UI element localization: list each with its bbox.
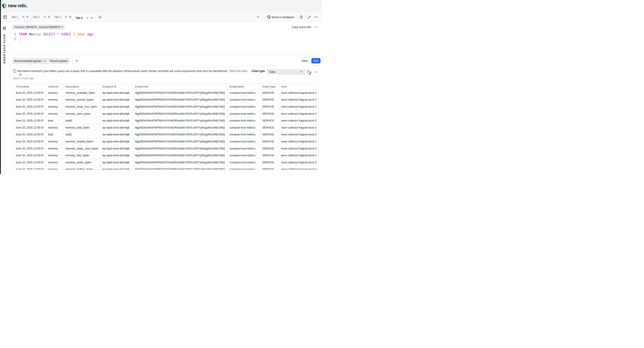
table-cell: June 20, 2025 12:05:57 — [14, 96, 46, 103]
table-row[interactable]: June 20, 2025 12:05:57memorymemory_activ… — [14, 159, 318, 166]
table-cell: SERVICE — [260, 117, 279, 124]
warning-message: We tried to transform your Metric query … — [18, 69, 248, 73]
table-row[interactable]: June 20, 2025 12:05:57memorymemory_swap_… — [14, 103, 318, 110]
table-cell: memory_free_bytes — [64, 152, 100, 159]
recommended-queries-button[interactable]: Recommended queries — [12, 58, 48, 64]
table-row[interactable]: June 20, 2025 12:05:57loadload1ep-rapid-… — [14, 131, 318, 138]
table-row[interactable]: June 20, 2025 12:05:57memorymemory_free_… — [14, 152, 318, 159]
table-row[interactable]: June 20, 2025 12:05:57memorymemory_avail… — [14, 89, 318, 96]
table-row[interactable]: June 20, 2025 12:05:57memorymemory_share… — [14, 138, 318, 145]
table-cell: June 20, 2025 12:05:57 — [14, 110, 46, 117]
add-tab-icon[interactable] — [98, 15, 102, 19]
table-cell: ep-rapid-wind-a5iv4ajb — [100, 96, 133, 103]
text-cursor — [20, 37, 21, 42]
table-cell: ep-rapid-wind-a5iv4ajb — [100, 89, 133, 96]
since-label: Since 1 hour ago — [13, 77, 34, 80]
table-cell: Njg0NDk3NHxFWFR8U0VSVklDRXwtMzY5NTc1MTYy… — [133, 145, 228, 152]
table-cell: memory_swap_free_bytes — [64, 103, 100, 110]
column-header[interactable]: Entity.Name — [228, 84, 260, 89]
external-link-icon[interactable] — [19, 73, 22, 76]
run-button[interactable]: Run — [311, 58, 320, 63]
tab-2[interactable]: Tab 2 — [31, 12, 50, 22]
feedback-icon[interactable] — [267, 15, 270, 19]
column-header[interactable]: Endpoint Id — [100, 84, 133, 89]
table-row[interactable]: June 20, 2025 12:05:57memorymemory_used_… — [14, 110, 318, 117]
tab-chevron-down-icon[interactable] — [22, 16, 24, 18]
table-row[interactable]: June 20, 2025 12:05:57memorymemory_cache… — [14, 96, 318, 103]
table-cell: neon-collector-fragrant-dust-3 — [279, 117, 318, 124]
tab-close-icon[interactable] — [69, 16, 71, 18]
help-icon[interactable] — [300, 15, 303, 18]
tab-4-active[interactable]: Tab 4 — [74, 13, 95, 22]
recent-queries-label: Recent queries — [50, 59, 68, 62]
table-cell: Njg0NDk3NHxFWFR8U0VSVklDRXwtMzY5NTc1MTYy… — [133, 138, 228, 145]
column-header[interactable]: Entity.Guid — [133, 84, 228, 89]
minimize-icon[interactable] — [314, 17, 318, 17]
database-icon[interactable] — [3, 26, 6, 30]
table-cell: memory — [46, 145, 64, 152]
tab-label[interactable]: Tab 4 — [76, 16, 83, 19]
table-row[interactable]: June 20, 2025 12:05:57memorymemory_swap_… — [14, 145, 318, 152]
table-cell: neon-collector-fragrant-dust-3 — [279, 152, 318, 159]
query-console-icon[interactable] — [2, 14, 8, 19]
tab-label[interactable]: Tab 2 — [33, 15, 40, 18]
line-number: 1 — [10, 32, 16, 37]
collapse-icon[interactable] — [308, 15, 311, 18]
tab-close-icon[interactable] — [26, 16, 28, 18]
tab-chevron-down-icon[interactable] — [44, 16, 46, 18]
account-selector[interactable]: Account: 6844974 - Account 6844974 — [12, 24, 65, 30]
tab-label[interactable]: Tab 3 — [54, 15, 61, 18]
column-header[interactable]: Timestamp — [14, 84, 46, 89]
tabs-overview-chevron-icon[interactable] — [257, 16, 260, 18]
table-cell: June 20, 2025 12:05:57 — [14, 89, 46, 96]
clear-button[interactable]: Clear — [302, 59, 308, 62]
tab-close-icon[interactable] — [90, 17, 93, 19]
table-row[interactable]: June 20, 2025 12:05:57loadload5ep-rapid-… — [14, 117, 318, 124]
tab-3[interactable]: Tab 3 — [52, 12, 71, 22]
table-cell: memory — [46, 159, 64, 166]
tab-chevron-down-icon[interactable] — [65, 16, 67, 18]
chevron-down-icon — [300, 71, 302, 73]
table-cell: ep-rapid-wind-a5iv4ajb — [100, 138, 133, 145]
table-cell: memory — [46, 103, 64, 110]
table-cell: compute-host-metrics — [228, 96, 260, 103]
nrql-editor[interactable]: 1 2 FROM Metric SELECT * SINCE 1 hour ag… — [10, 32, 322, 55]
table-cell: Njg0NDk3NHxFWFR8U0VSVklDRXwtMzY5NTc1MTYy… — [133, 117, 228, 124]
table-cell: SERVICE — [260, 96, 279, 103]
column-header[interactable]: Description — [64, 84, 100, 89]
table-row[interactable]: June 20, 2025 12:05:57memorymemory_total… — [14, 124, 318, 131]
table-cell: ep-rapid-wind-a5iv4ajb — [100, 131, 133, 138]
column-header[interactable]: Collector — [46, 84, 64, 89]
table-cell: neon-collector-fragrant-dust-3 — [279, 138, 318, 145]
warning-icon — [13, 69, 16, 73]
column-header[interactable]: Entity.Type — [260, 84, 279, 89]
tab-1[interactable]: Tab 1 — [11, 12, 28, 22]
table-cell: memory_active_bytes — [64, 159, 100, 166]
table-cell: Njg0NDk3NHxFWFR8U0VSVklDRXwtMzY5NTc1MTYy… — [133, 103, 228, 110]
table-cell: Njg0NDk3NHxFWFR8U0VSVklDRXwtMzY5NTc1MTYy… — [133, 124, 228, 131]
table-cell: ep-rapid-wind-a5iv4ajb — [100, 159, 133, 166]
recent-queries-button[interactable]: Recent queries — [48, 58, 70, 64]
query-line-1[interactable]: FROM Metric SELECT * SINCE 1 hour ago — [19, 32, 93, 37]
data-explorer-sidebar: DATA EXPLORER — [1, 22, 10, 174]
tab-label[interactable]: Tab 1 — [11, 15, 18, 18]
chart-edit-icon[interactable] — [307, 69, 312, 74]
copy-query-link-button[interactable]: Copy query link — [292, 25, 311, 29]
table-cell: June 20, 2025 12:05:57 — [14, 138, 46, 145]
table-cell: memory_swap_used_bytes — [64, 145, 100, 152]
data-explorer-label[interactable]: DATA EXPLORER — [3, 34, 6, 64]
tab-chevron-down-icon[interactable] — [86, 17, 88, 18]
table-cell: SERVICE — [260, 138, 279, 145]
table-row[interactable]: June 20, 2025 12:05:57memorymemory_buffe… — [14, 166, 318, 170]
chart-type-select[interactable]: Table — [266, 69, 305, 75]
table-cell: Njg0NDk3NHxFWFR8U0VSVklDRXwtMzY5NTc1MTYy… — [133, 96, 228, 103]
results-menu-ellipsis-icon[interactable] — [314, 70, 318, 73]
table-cell: compute-host-metrics — [228, 124, 260, 131]
tab-close-icon[interactable] — [48, 16, 50, 18]
column-header[interactable]: Host — [279, 84, 318, 89]
more-info-link[interactable]: More info here. — [230, 69, 248, 73]
table-cell: Njg0NDk3NHxFWFR8U0VSVklDRXwtMzY5NTc1MTYy… — [133, 89, 228, 96]
add-query-icon[interactable] — [75, 59, 78, 62]
send-feedback-label[interactable]: Send us feedback — [272, 15, 294, 19]
query-menu-ellipsis-icon[interactable] — [315, 26, 318, 29]
